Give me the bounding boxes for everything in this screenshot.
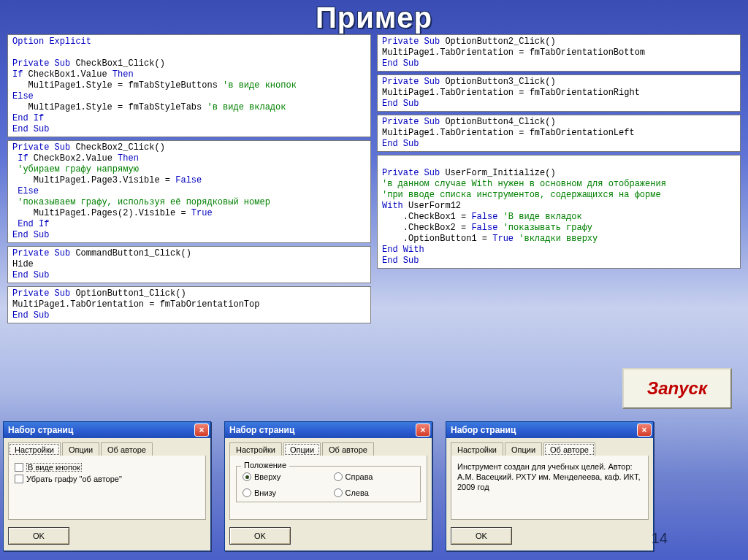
tab-about[interactable]: Об авторе <box>322 442 374 456</box>
position-frame: Положение Вверху Справа Внизу Слева <box>236 466 421 502</box>
close-icon[interactable]: × <box>416 423 430 437</box>
tab-settings[interactable]: Настройки <box>8 442 61 456</box>
ok-button[interactable]: OK <box>8 527 69 545</box>
frame-title: Положение <box>241 461 289 469</box>
tabstrip: Настройки Опции Об авторе <box>8 442 206 456</box>
userform-settings: Набор страниц × Настройки Опции Об автор… <box>3 421 211 551</box>
checkbox-buttons-style[interactable] <box>15 463 23 472</box>
tabstrip: Настройки Опции Об авторе <box>229 442 427 456</box>
radio-label: Справа <box>346 472 373 481</box>
titlebar[interactable]: Набор страниц × <box>225 422 432 438</box>
code-block: Private Sub CommandButton1_Click()HideEn… <box>7 246 371 283</box>
code-block: Private Sub OptionButton3_Click()MultiPa… <box>377 74 741 112</box>
tab-settings[interactable]: Настройки <box>229 442 282 456</box>
code-block: Option Explicit Private Sub CheckBox1_Cl… <box>7 34 371 137</box>
radio-right[interactable] <box>334 472 343 481</box>
window-title: Набор страниц <box>451 425 516 435</box>
code-area: Option Explicit Private Sub CheckBox1_Cl… <box>0 34 748 328</box>
ok-button[interactable]: OK <box>451 527 512 545</box>
close-icon[interactable]: × <box>194 423 209 437</box>
radio-top[interactable] <box>243 472 251 481</box>
page-number: 14 <box>652 530 668 547</box>
code-block: Private Sub OptionButton2_Click()MultiPa… <box>377 34 741 72</box>
close-icon[interactable]: × <box>637 423 652 437</box>
tab-about[interactable]: Об авторе <box>101 442 153 456</box>
checkbox-hide-about[interactable] <box>15 475 23 483</box>
tab-about[interactable]: Об авторе <box>543 442 595 456</box>
tabstrip: Настройки Опции Об авторе <box>451 442 649 456</box>
radio-left[interactable] <box>334 488 343 497</box>
radio-label: Слева <box>346 488 369 497</box>
launch-button[interactable]: Запуск <box>622 368 732 409</box>
tab-panel-options: Положение Вверху Справа Внизу Слева <box>229 456 427 520</box>
titlebar[interactable]: Набор страниц × <box>446 422 653 438</box>
code-block: Private Sub OptionButton1_Click()MultiPa… <box>7 286 371 323</box>
tab-options[interactable]: Опции <box>505 442 542 456</box>
window-title: Набор страниц <box>8 425 73 435</box>
userform-options: Набор страниц × Настройки Опции Об автор… <box>224 421 432 551</box>
forms-row: Набор страниц × Настройки Опции Об автор… <box>3 421 654 551</box>
tab-settings[interactable]: Настройки <box>451 442 503 456</box>
slide-title: Пример <box>0 0 748 34</box>
radio-label: Вверху <box>254 472 280 481</box>
window-title: Набор страниц <box>229 425 294 435</box>
radio-label: Внизу <box>254 488 276 497</box>
tab-panel-about: Инструмент создан для учебных целей. Авт… <box>451 456 649 520</box>
code-block: Private Sub UserForm_Initialize()'в данн… <box>377 155 741 269</box>
checkbox-label: Убрать графу "об авторе" <box>26 475 122 483</box>
code-block: Private Sub CheckBox2_Click() If CheckBo… <box>7 140 371 243</box>
about-text: Инструмент создан для учебных целей. Авт… <box>457 461 642 492</box>
radio-bottom[interactable] <box>243 488 251 497</box>
code-block: Private Sub OptionButton4_Click()MultiPa… <box>377 115 741 152</box>
ok-button[interactable]: OK <box>229 527 291 545</box>
tab-options[interactable]: Опции <box>62 442 99 456</box>
userform-about: Набор страниц × Настройки Опции Об автор… <box>446 421 654 551</box>
tab-options[interactable]: Опции <box>283 442 321 456</box>
titlebar[interactable]: Набор страниц × <box>4 422 210 438</box>
checkbox-label: В виде кнопок <box>26 463 82 472</box>
tab-panel-settings: В виде кнопок Убрать графу "об авторе" <box>8 456 206 520</box>
